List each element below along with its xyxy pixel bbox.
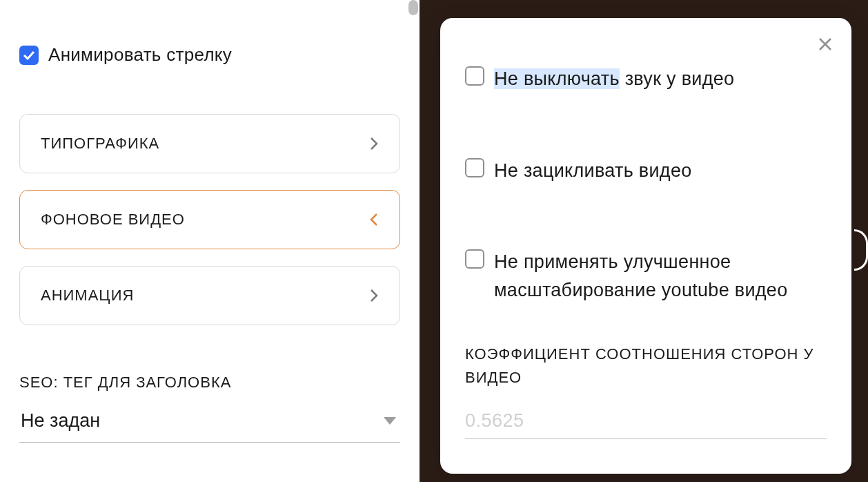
chevron-right-icon: [369, 136, 379, 151]
accordion-typography[interactable]: ТИПОГРАФИКА: [19, 114, 400, 173]
no-mute-row[interactable]: Не выключать звук у видео: [465, 65, 827, 93]
animate-arrow-row[interactable]: Анимировать стрелку: [19, 44, 400, 66]
left-scrollbar-thumb[interactable]: [408, 0, 418, 15]
no-loop-checkbox[interactable]: [465, 158, 484, 177]
seo-tag-select[interactable]: Не задан: [19, 404, 400, 443]
accordion-animation-label: АНИМАЦИЯ: [41, 287, 134, 305]
no-scale-row[interactable]: Не применять улучшенное масштабирование …: [465, 248, 827, 304]
accordion-bg-video-label: ФОНОВОЕ ВИДЕО: [41, 211, 185, 229]
seo-tag-value: Не задан: [21, 410, 100, 432]
aspect-ratio-label: КОЭФФИЦИЕНТ СООТНОШЕНИЯ СТОРОН У ВИДЕО: [465, 343, 827, 389]
close-icon: [818, 37, 833, 52]
accordion-typography-label: ТИПОГРАФИКА: [41, 135, 159, 153]
chevron-left-icon: [369, 212, 379, 227]
no-mute-label: Не выключать звук у видео: [494, 65, 734, 93]
accordion-bg-video[interactable]: ФОНОВОЕ ВИДЕО: [19, 190, 400, 249]
preview-strip: [420, 0, 440, 482]
bg-video-settings-popover: Не выключать звук у видео Не зацикливать…: [440, 18, 851, 474]
settings-root: Анимировать стрелку ТИПОГРАФИКА ФОНОВОЕ …: [0, 0, 868, 482]
accordion-animation[interactable]: АНИМАЦИЯ: [19, 266, 400, 325]
animate-arrow-checkbox[interactable]: [19, 46, 39, 65]
chevron-right-icon: [369, 288, 379, 303]
settings-left-panel: Анимировать стрелку ТИПОГРАФИКА ФОНОВОЕ …: [0, 0, 420, 482]
preview-arrow-hint: [854, 229, 868, 271]
no-mute-checkbox[interactable]: [465, 66, 484, 86]
no-loop-label: Не зацикливать видео: [494, 157, 692, 185]
left-scrollbar-track[interactable]: [407, 0, 420, 482]
no-scale-label: Не применять улучшенное масштабирование …: [494, 248, 827, 304]
no-loop-row[interactable]: Не зацикливать видео: [465, 157, 827, 185]
preview-area: Не выключать звук у видео Не зацикливать…: [440, 0, 868, 482]
no-scale-checkbox[interactable]: [465, 249, 484, 269]
check-icon: [23, 50, 35, 60]
aspect-ratio-input[interactable]: [465, 407, 827, 439]
close-button[interactable]: [814, 33, 836, 55]
seo-section-label: SEO: ТЕГ ДЛЯ ЗАГОЛОВКА: [19, 374, 400, 392]
caret-down-icon: [384, 417, 396, 425]
animate-arrow-label: Анимировать стрелку: [48, 44, 232, 66]
